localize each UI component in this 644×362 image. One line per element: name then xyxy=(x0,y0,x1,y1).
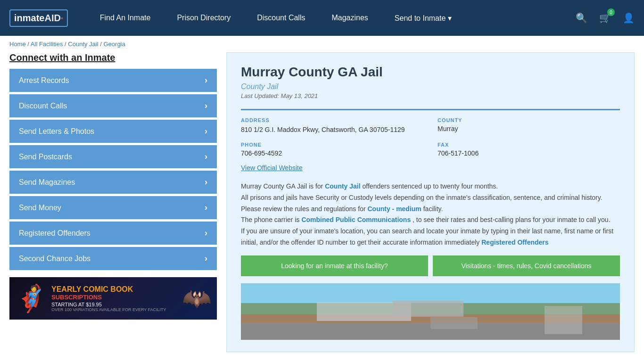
breadcrumb-home[interactable]: Home xyxy=(9,41,26,48)
nav-prison-directory[interactable]: Prison Directory xyxy=(164,0,244,36)
sidebar-btn-label: Send Letters & Photos xyxy=(19,127,94,136)
nav-magazines[interactable]: Magazines xyxy=(318,0,381,36)
cart-badge: 0 xyxy=(607,8,615,16)
phone-value: 706-695-4592 xyxy=(241,149,423,157)
sidebar-btn-second-chance-jobs[interactable]: Second Chance Jobs › xyxy=(9,247,217,270)
main-container: Connect with an Inmate Arrest Records › … xyxy=(0,52,644,352)
sidebar-btn-arrest-records[interactable]: Arrest Records › xyxy=(9,69,217,92)
address-block: ADDRESS 810 1/2 G.I. Maddox Pkwy, Chatsw… xyxy=(241,117,423,135)
ad-note: OVER 100 VARIATIONS AVAILABLE FOR EVERY … xyxy=(51,307,178,312)
sidebar-btn-discount-calls[interactable]: Discount Calls › xyxy=(9,94,217,117)
main-nav: Find An Inmate Prison Directory Discount… xyxy=(87,0,576,36)
desc2-text: All prisons and jails have Security or C… xyxy=(241,194,603,213)
desc1-rest: offenders sentenced up to twenty four mo… xyxy=(363,182,498,190)
user-icon[interactable]: 👤 xyxy=(623,12,635,24)
view-official-website-link[interactable]: View Official Website xyxy=(241,164,303,172)
fax-value: 706-517-1006 xyxy=(438,149,620,157)
sidebar-btn-label: Second Chance Jobs xyxy=(19,255,91,263)
county-medium-link[interactable]: County - medium xyxy=(367,205,421,213)
facility-type: County Jail xyxy=(241,82,620,91)
address-value: 810 1/2 G.I. Maddox Pkwy, Chatsworth, GA… xyxy=(241,125,423,135)
info-grid: ADDRESS 810 1/2 G.I. Maddox Pkwy, Chatsw… xyxy=(241,109,620,157)
address-label: ADDRESS xyxy=(241,117,423,123)
breadcrumb-state[interactable]: Georgia xyxy=(103,41,125,48)
ad-banner[interactable]: 🦸 YEARLY COMIC BOOK SUBSCRIPTIONS STARTI… xyxy=(9,277,217,320)
logo[interactable]: inmate AID ● xyxy=(9,9,68,27)
fax-block: FAX 706-517-1006 xyxy=(438,142,620,157)
desc3-text: The phone carrier is xyxy=(241,216,301,223)
chevron-right-icon: › xyxy=(205,177,207,187)
desc-paragraph-1: Murray County GA Jail is for County Jail… xyxy=(241,181,620,192)
description-section: Murray County GA Jail is for County Jail… xyxy=(241,181,620,248)
sidebar-btn-label: Arrest Records xyxy=(19,76,69,85)
find-inmate-button[interactable]: Looking for an inmate at this facility? xyxy=(241,255,428,276)
connect-title: Connect with an Inmate xyxy=(9,52,217,63)
sidebar-btn-registered-offenders[interactable]: Registered Offenders › xyxy=(9,222,217,245)
sidebar-btn-label: Registered Offenders xyxy=(19,229,91,238)
fax-label: FAX xyxy=(438,142,620,148)
nav-send-to-inmate[interactable]: Send to Inmate ▾ xyxy=(381,0,465,36)
sidebar-btn-send-postcards[interactable]: Send Postcards › xyxy=(9,145,217,168)
header-icons: 🔍 🛒 0 👤 xyxy=(576,12,635,24)
desc4-text: If you are unsure of your inmate's locat… xyxy=(241,227,613,246)
nav-discount-calls[interactable]: Discount Calls xyxy=(244,0,318,36)
chevron-right-icon: › xyxy=(205,254,207,263)
ad-batman-image: 🦇 xyxy=(182,287,211,310)
sidebar: Connect with an Inmate Arrest Records › … xyxy=(9,52,217,320)
sidebar-btn-send-letters[interactable]: Send Letters & Photos › xyxy=(9,120,217,143)
cart-icon[interactable]: 🛒 0 xyxy=(599,12,611,24)
chevron-right-icon: › xyxy=(205,75,207,85)
breadcrumb: Home / All Facilities / County Jail / Ge… xyxy=(0,36,644,52)
ad-title: YEARLY COMIC BOOK xyxy=(51,285,178,294)
breadcrumb-all-facilities[interactable]: All Facilities xyxy=(31,41,63,48)
chevron-right-icon: › xyxy=(205,228,207,238)
desc-paragraph-4: If you are unsure of your inmate's locat… xyxy=(241,226,620,248)
chevron-right-icon: › xyxy=(205,126,207,136)
header: inmate AID ● Find An Inmate Prison Direc… xyxy=(0,0,644,36)
search-icon[interactable]: 🔍 xyxy=(576,12,587,24)
county-jail-link[interactable]: County Jail xyxy=(325,182,360,190)
visitations-button[interactable]: Visitations - times, rules, Covid cancel… xyxy=(433,255,620,276)
ad-subtitle: SUBSCRIPTIONS xyxy=(51,294,178,301)
facility-last-updated: Last Updated: May 13, 2021 xyxy=(241,92,620,99)
sidebar-btn-send-magazines[interactable]: Send Magazines › xyxy=(9,171,217,194)
chevron-right-icon: › xyxy=(205,101,207,111)
phone-carrier-link[interactable]: Combined Public Communications xyxy=(301,216,411,223)
nav-find-inmate[interactable]: Find An Inmate xyxy=(87,0,164,36)
phone-label: PHONE xyxy=(241,142,423,148)
ad-price: STARTING AT $19.95 xyxy=(51,302,178,307)
county-value: Murray xyxy=(438,125,620,132)
action-buttons: Looking for an inmate at this facility? … xyxy=(241,255,620,276)
desc-paragraph-3: The phone carrier is Combined Public Com… xyxy=(241,214,620,226)
breadcrumb-county-jail[interactable]: County Jail xyxy=(68,41,98,48)
ad-hero-image: 🦸 xyxy=(15,286,48,312)
ad-text-content: YEARLY COMIC BOOK SUBSCRIPTIONS STARTING… xyxy=(51,285,178,312)
sidebar-btn-label: Send Money xyxy=(19,204,61,212)
chevron-right-icon: › xyxy=(205,152,207,162)
phone-block: PHONE 706-695-4592 xyxy=(241,142,423,157)
chevron-right-icon: › xyxy=(205,203,207,213)
sidebar-btn-send-money[interactable]: Send Money › xyxy=(9,196,217,219)
desc-paragraph-2: All prisons and jails have Security or C… xyxy=(241,192,620,215)
desc3-rest: , to see their rates and best-calling pl… xyxy=(413,216,610,223)
sidebar-btn-label: Send Magazines xyxy=(19,178,75,187)
desc2-rest: facility. xyxy=(423,205,443,213)
county-block: COUNTY Murray xyxy=(438,117,620,135)
county-label: COUNTY xyxy=(438,117,620,123)
sidebar-btn-label: Send Postcards xyxy=(19,153,72,161)
facility-title: Murray County GA Jail xyxy=(241,65,620,80)
facility-image xyxy=(241,283,620,340)
sidebar-btn-label: Discount Calls xyxy=(19,102,67,110)
desc1-text: Murray County GA Jail is for xyxy=(241,182,325,190)
main-content: Murray County GA Jail County Jail Last U… xyxy=(226,52,635,352)
registered-offenders-link[interactable]: Registered Offenders xyxy=(481,239,548,246)
